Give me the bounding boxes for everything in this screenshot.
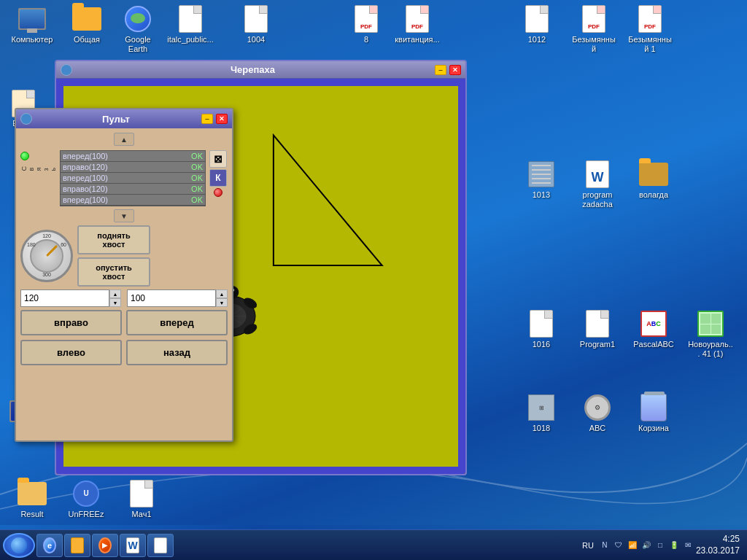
dial-control[interactable]: 120 60 300 180 [20,230,73,282]
ctrl-title-icon [20,113,32,125]
down-arrow-button[interactable]: ▼ [114,209,134,222]
desktop-icon-abc[interactable]: ⚙ ABC [571,390,624,436]
k-button[interactable]: К [209,169,227,187]
icon-label-computer: Компьютер [12,35,53,44]
desktop-icon-computer[interactable]: Компьютер [6,1,58,47]
turtle-close-button[interactable]: ✕ [449,65,461,75]
log-row-1: вперед(100) OK [61,151,205,162]
nvidia-tray-icon: N [599,540,611,551]
log-row-3: вперед(100) OK [61,173,205,184]
control-min-button[interactable]: – [201,114,213,124]
left-button[interactable]: влево [20,340,122,365]
icon-label-1013: 1013 [533,190,550,200]
icon-label-abc: ABC [589,424,606,433]
log-cmd-3: вперед(100) [63,174,184,182]
control-window-title: Пульт [32,114,200,125]
log-cmd-4: вправо(120) [63,184,184,193]
icon-label-1018: 1018 [533,424,550,433]
up-arrow-button[interactable]: ▲ [114,133,134,146]
desktop-icon-program-zadacha[interactable]: program zadacha [571,157,624,212]
start-button[interactable] [3,533,35,558]
taskbar: e ▶ W RU N 🛡 📶 🔊 □ 🔋 ✉ 4:25 23.03.2017 [0,529,747,560]
clock-date: 23.03.2017 [696,545,740,557]
taskbar-explorer[interactable] [64,534,90,557]
log-ok-4: OK [185,184,203,193]
icon-label-result: Result [20,510,43,519]
log-row-2: вправо(120) OK [61,162,205,173]
log-cmd-5: вперед(100) [63,195,184,204]
desktop-icon-kvitancia[interactable]: квитанция... [391,1,444,47]
system-tray: RU N 🛡 📶 🔊 □ 🔋 ✉ 4:25 23.03.2017 [578,534,744,556]
desktop-icon-1016[interactable]: 1016 [515,306,568,352]
language-indicator[interactable]: RU [582,541,594,550]
icon-label-program1: Program1 [580,340,615,349]
angle-input[interactable] [20,289,109,307]
led-red-indicator [214,188,222,197]
desktop-icon-novouralsk[interactable]: Новоураль... 41 (1) [684,306,737,362]
network-tray-icon: 📶 [627,540,638,551]
icon-label-program-zadacha: program zadacha [574,190,621,209]
icon-label-bezymyanniy1: Безымянный [570,35,617,54]
desktop-icon-result[interactable]: Result [6,476,58,522]
desktop-icon-mach1[interactable]: Мач1 [115,476,168,522]
icon-label-1016: 1016 [533,340,550,349]
log-ok-2: OK [185,163,203,171]
desktop-icon-1013[interactable]: 1013 [515,157,568,203]
log-row-4: вправо(120) OK [61,184,205,195]
taskbar-ie[interactable]: e [36,534,63,557]
desktop-icon-folder[interactable]: Общая [61,1,113,47]
desktop-icon-1012[interactable]: 1012 [511,1,563,47]
taskbar-media[interactable]: ▶ [92,534,118,557]
desktop-icon-unfree[interactable]: U UnFREEz [60,476,112,522]
clock[interactable]: 4:25 23.03.2017 [696,534,740,556]
desktop-icon-italc[interactable]: italc_public... [164,1,217,47]
desktop-icon-earth[interactable]: Google Earth [112,1,164,57]
battery-tray-icon: 🔋 [668,540,680,551]
icon-label-korzina: Корзина [638,424,669,433]
icon-label-novouralsk: Новоураль... 41 (1) [687,340,734,359]
lower-tail-button[interactable]: опуститьхвост [77,257,150,287]
log-row-5: вперед(100) OK [61,195,205,206]
desktop-icon-bezymyanniy1[interactable]: Безымянный [568,1,620,57]
taskbar-word[interactable]: W [120,534,146,557]
icon-label-earth: Google Earth [115,35,161,54]
ie-icon: e [43,537,56,553]
media-icon: ▶ [98,537,112,553]
desktop-icon-8[interactable]: 8 [340,1,392,47]
distance-spin-down[interactable]: ▼ [216,298,228,307]
back-button[interactable]: назад [126,340,228,365]
raise-tail-button[interactable]: поднятьхвост [77,225,150,254]
icon-label-italc: italc_public... [167,35,214,44]
volume-tray-icon: 🔊 [640,540,652,551]
clock-time: 4:25 [696,534,740,545]
log-ok-5: OK [185,195,203,204]
x-button[interactable]: ⊠ [209,150,227,168]
desktop-icon-1004[interactable]: 1004 [230,1,282,47]
log-cmd-2: вправо(120) [63,163,184,171]
desktop-icon-1018[interactable]: ⊞ 1018 [515,390,568,436]
desktop-icon-korzina[interactable]: Корзина [627,390,680,436]
turtle-titlebar[interactable]: Черепаха – ✕ [56,61,465,79]
distance-input[interactable] [127,289,216,307]
desktop-icon-pascal[interactable]: ABC PascalABC [627,306,680,352]
turtle-title-icon [61,64,72,76]
log-cmd-1: вперед(100) [63,152,184,160]
icon-label-1004: 1004 [247,35,265,44]
icon-label-8: 8 [364,35,368,44]
control-window: Пульт – ✕ ▲ Связь вперед(100) OK вправо(… [15,108,233,442]
turtle-window-title: Черепаха [72,64,433,75]
taskbar-notepad[interactable] [147,534,174,557]
control-close-button[interactable]: ✕ [216,114,228,124]
angle-spin-up[interactable]: ▲ [109,289,121,298]
distance-spin-up[interactable]: ▲ [216,289,228,298]
forward-button[interactable]: вперед [126,310,228,335]
icon-label-mach1: Мач1 [131,510,151,519]
turtle-min-button[interactable]: – [435,65,446,75]
right-button[interactable]: вправо [20,310,122,335]
desktop-icon-program1[interactable]: Program1 [571,306,624,352]
angle-spin-down[interactable]: ▼ [109,298,121,307]
control-titlebar[interactable]: Пульт – ✕ [16,109,232,128]
desktop-icon-volagda[interactable]: волагда [627,157,680,203]
icon-label-unfree: UnFREEz [69,510,104,519]
desktop-icon-bezymyanniy2[interactable]: Безымянный 1 [624,1,676,57]
